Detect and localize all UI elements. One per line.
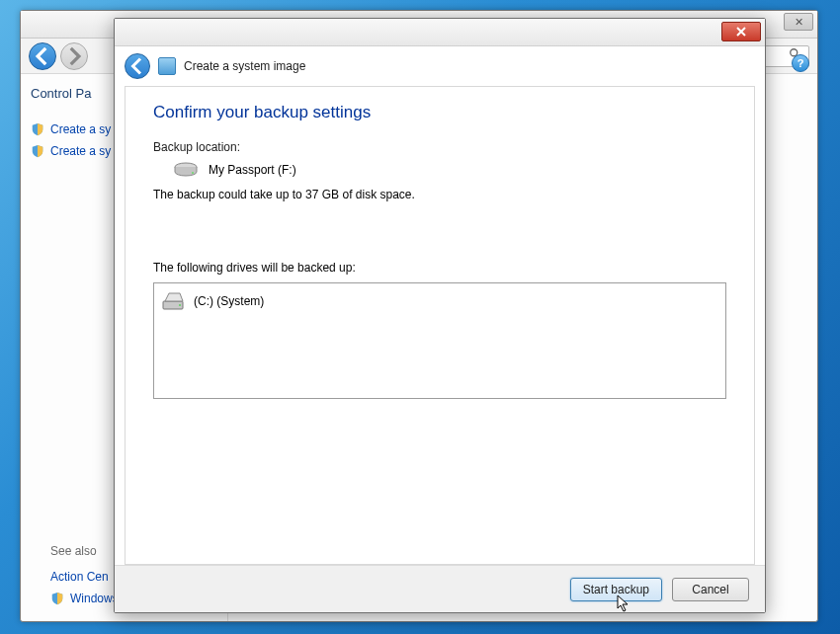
harddrive-icon [173,162,199,178]
dialog-footer: Start backup Cancel [115,565,765,612]
system-image-wizard: Create a system image Confirm your backu… [114,18,766,613]
backup-location-row: My Passport (F:) [153,162,726,178]
drive-row: (C:) (System) [162,291,717,311]
drive-label: (C:) (System) [194,294,264,308]
wizard-back-button[interactable] [125,53,150,79]
see-also-label: Action Cen [50,570,109,584]
dialog-header: Create a system image [115,46,765,86]
dialog-chrome [115,19,765,46]
sidebar-item-label: Create a sy [50,122,111,136]
drives-listbox[interactable]: (C:) (System) [153,282,726,399]
dialog-content: Confirm your backup settings Backup loca… [125,86,755,565]
help-icon[interactable]: ? [792,54,809,72]
sidebar-item-label: Create a sy [50,144,111,158]
shield-icon [31,122,44,136]
parent-close-button[interactable]: ✕ [784,13,813,31]
wizard-title: Create a system image [184,59,305,73]
shield-icon [50,592,64,605]
wizard-icon [158,57,176,75]
backup-size-estimate: The backup could take up to 37 GB of dis… [153,188,726,201]
backup-location-label: Backup location: [153,140,726,154]
close-button[interactable] [721,22,761,41]
nav-forward-button[interactable] [60,42,88,70]
drives-label: The following drives will be backed up: [153,261,726,275]
cancel-button[interactable]: Cancel [672,578,749,601]
backup-location-value: My Passport (F:) [209,163,296,177]
drive-icon [162,291,186,311]
dialog-heading: Confirm your backup settings [153,103,726,122]
start-backup-button[interactable]: Start backup [570,578,662,601]
svg-point-5 [179,304,181,306]
svg-point-3 [192,172,194,174]
shield-icon [31,144,44,158]
nav-back-button[interactable] [29,42,56,70]
